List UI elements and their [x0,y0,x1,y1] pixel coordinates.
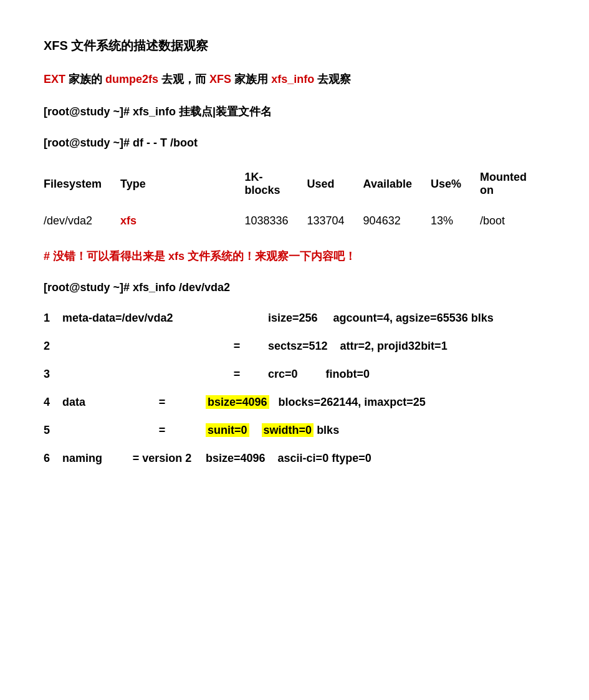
col-available-header: Available [363,167,431,201]
xfs-row5-params: sunit=0 swidth=0 blks [206,424,339,437]
xfs-linenum-6: 6 [44,452,62,465]
xfs-row-2: 2 = sectsz=512 attr=2, projid32bit=1 [44,340,545,353]
xfs-row6-params: bsize=4096 ascii-ci=0 ftype=0 [206,452,371,465]
col-filesystem-val: /dev/vda2 [44,211,120,231]
sunit-highlight: sunit=0 [206,423,249,437]
col-mountedon-header: Mounted on [480,167,545,201]
xfs-row5-eq: = [118,424,206,437]
df-table-header: Filesystem Type 1K-blocks Used Available… [44,167,545,201]
xfs-linenum-3: 3 [44,368,62,381]
col-type-val: xfs [120,211,244,231]
comment-text: # 没错！可以看得出来是 xfs 文件系统的！来观察一下内容吧！ [44,249,545,264]
xfs-linenum-4: 4 [44,396,62,409]
col-available-val: 904632 [363,211,431,231]
xfs-row2-eq: = [206,340,268,353]
col-used-header: Used [307,167,363,201]
intro-part3: 家族用 [234,73,271,85]
bsize-highlight: bsize=4096 [206,395,269,409]
xfs-row-5: 5 = sunit=0 swidth=0 blks [44,424,545,437]
col-usepct-val: 13% [431,211,480,231]
xfs-linenum-1: 1 [44,312,62,325]
xfs-row5-blks: blks [317,424,339,436]
xfs-row3-params: crc=0 finobt=0 [268,368,370,381]
col-blocks-val: 1038336 [244,211,307,231]
intro-part2: 去观，而 [161,73,209,85]
command3: [root@study ~]# xfs_info /dev/vda2 [44,281,545,294]
xfs-label1: XFS [209,73,231,85]
col-filesystem-header: Filesystem [44,167,120,201]
intro-part1: 家族的 [69,73,105,85]
ext-label: EXT [44,73,65,85]
xfs-row6-eq-version: = version 2 [118,452,206,465]
col-used-val: 133704 [307,211,363,231]
command1: [root@study ~]# xfs_info 挂载点|装置文件名 [44,104,545,119]
xfs-row2-params: sectsz=512 attr=2, projid32bit=1 [268,340,448,353]
xfs-row5-space [252,424,259,436]
xfs-row-1: 1 meta-data=/dev/vda2 isize=256 agcount=… [44,312,545,325]
xfs-row4-data-label: data [62,396,118,409]
col-blocks-header: 1K-blocks [244,167,307,201]
xfs-meta-data-label: meta-data=/dev/vda2 [62,312,206,325]
xfs-row4-eq: = [118,396,206,409]
col-type-header: Type [120,167,244,201]
df-table-row: /dev/vda2 xfs 1038336 133704 904632 13% … [44,211,545,231]
xfs-row4-params: bsize=4096 blocks=262144, imaxpct=25 [206,396,426,409]
xfs-linenum-2: 2 [44,340,62,353]
xfs-row3-eq: = [206,368,268,381]
command2: [root@study ~]# df - - T /boot [44,137,545,150]
xfs-row-6: 6 naming = version 2 bsize=4096 ascii-ci… [44,452,545,465]
df-table: Filesystem Type 1K-blocks Used Available… [44,167,545,231]
intro-part4: 去观察 [317,73,351,85]
xfs-row-4: 4 data = bsize=4096 blocks=262144, imaxp… [44,396,545,409]
intro-text: EXT 家族的 dumpe2fs 去观，而 XFS 家族用 xfs_info 去… [44,72,545,87]
dumpe2fs-label: dumpe2fs [105,73,158,85]
swidth-highlight: swidth=0 [262,423,314,437]
xfs-row1-params: isize=256 agcount=4, agsize=65536 blks [268,312,494,325]
col-mountedon-val: /boot [480,211,545,231]
xfs-row4-rest: blocks=262144, imaxpct=25 [272,396,426,408]
xfs-row6-naming-label: naming [62,452,118,465]
col-usepct-header: Use% [431,167,480,201]
xfs-row-3: 3 = crc=0 finobt=0 [44,368,545,381]
xfs-linenum-5: 5 [44,424,62,437]
xfs-info-label: xfs_info [271,73,314,85]
page-title: XFS 文件系统的描述数据观察 [44,37,545,54]
xfs-output: 1 meta-data=/dev/vda2 isize=256 agcount=… [44,312,545,465]
